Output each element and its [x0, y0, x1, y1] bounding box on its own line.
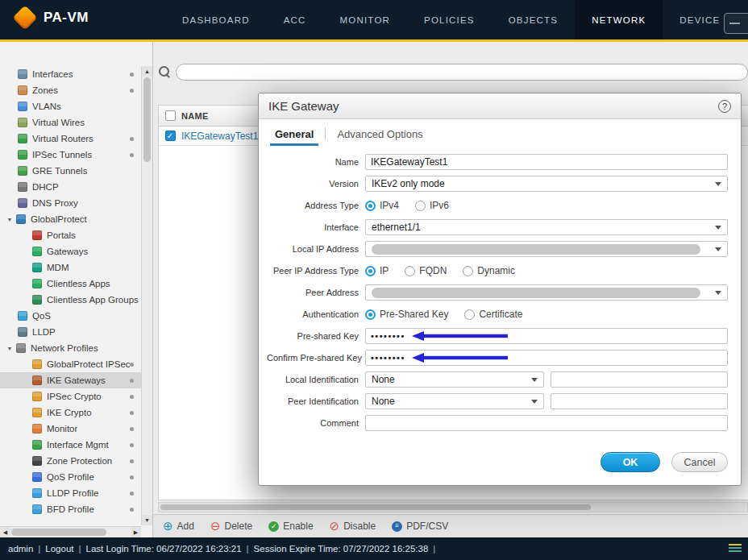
version-select[interactable]: IKEv2 only mode [365, 176, 728, 192]
interface-select[interactable]: ethernet1/1 [365, 219, 728, 235]
sidebar-item-globalprotect-ipsec-cry[interactable]: GlobalProtect IPSec Cry [0, 356, 141, 372]
help-icon[interactable]: ? [718, 100, 731, 113]
sidebar-item-label: DNS Proxy [32, 198, 78, 208]
radio-ipv4[interactable] [365, 201, 376, 211]
sidebar-item-qos-profile[interactable]: QoS Profile [0, 469, 141, 485]
gateway-name-link[interactable]: IKEGatewayTest1 [181, 131, 258, 142]
nav-objects[interactable]: OBJECTS [492, 0, 575, 39]
sidebar-item-virtual-routers[interactable]: Virtual Routers [0, 131, 141, 147]
sidebar-item-dhcp[interactable]: DHCP [0, 179, 141, 195]
select-all-checkbox[interactable] [165, 110, 176, 121]
confirm-pre-shared-key-input[interactable] [365, 350, 728, 366]
sidebar-item-zones[interactable]: Zones [0, 82, 141, 98]
pre-shared-key-input[interactable] [365, 328, 728, 344]
sidebar-item-gateways[interactable]: Gateways [0, 243, 141, 259]
sidebar-item-virtual-wires[interactable]: Virtual Wires [0, 114, 141, 131]
radio-fqdn[interactable] [405, 266, 415, 276]
sidebar-item-network-profiles[interactable]: ▼Network Profiles [0, 340, 141, 356]
column-header-name[interactable]: NAME [181, 111, 209, 121]
scroll-left-arrow-icon[interactable]: ◀ [0, 527, 10, 537]
sidebar-item-label: Virtual Routers [32, 134, 94, 143]
radio-certificate[interactable] [464, 309, 475, 320]
sidebar-item-label: DHCP [32, 182, 59, 192]
radio-ip[interactable] [365, 266, 376, 276]
sidebar-item-mdm[interactable]: MDM [0, 259, 141, 276]
vertical-scrollbar-thumb[interactable] [143, 77, 151, 162]
sidebar-item-interface-mgmt[interactable]: Interface Mgmt [0, 437, 141, 453]
sidebar-item-vlans[interactable]: VLANs [0, 98, 141, 114]
sidebar-item-ike-crypto[interactable]: IKE Crypto [0, 404, 141, 421]
sidebar-item-clientless-app-groups[interactable]: Clientless App Groups [0, 292, 141, 308]
sidebar-item-gre-tunnels[interactable]: GRE Tunnels [0, 163, 141, 179]
sidebar-item-dns-proxy[interactable]: DNS Proxy [0, 195, 141, 211]
sidebar-item-portals[interactable]: Portals [0, 227, 141, 243]
field-local-ip-address: Local IP Address [267, 241, 728, 257]
tab-advanced-options[interactable]: Advanced Options [332, 123, 427, 146]
add-button[interactable]: ⊕Add [163, 521, 194, 532]
comment-input[interactable] [365, 415, 728, 431]
peer-address-select[interactable] [365, 284, 728, 301]
nav-dashboard[interactable]: DASHBOARD [165, 0, 267, 39]
horizontal-scrollbar-thumb[interactable] [160, 504, 591, 510]
cancel-button[interactable]: Cancel [671, 452, 728, 472]
pdf-csv-button[interactable]: ≡PDF/CSV [392, 521, 448, 532]
dialog-tabs: General Advanced Options [259, 119, 741, 146]
nav-acc[interactable]: ACC [267, 0, 323, 39]
logout-link[interactable]: Logout [45, 544, 73, 554]
radio-ipv6[interactable] [415, 201, 426, 211]
local-id-value-input[interactable] [551, 371, 728, 388]
peer-id-value-input[interactable] [551, 393, 728, 409]
nav-policies[interactable]: POLICIES [407, 0, 492, 39]
sidebar-item-label: IPSec Crypto [47, 392, 102, 401]
local-ip-select[interactable] [365, 241, 728, 257]
app-root: PA-VM DASHBOARD ACC MONITOR POLICIES OBJ… [0, 0, 748, 560]
scroll-right-arrow-icon[interactable]: ▶ [131, 527, 141, 537]
nav-monitor[interactable]: MONITOR [323, 0, 408, 39]
radio-dynamic[interactable] [463, 266, 473, 276]
sidebar-item-clientless-apps[interactable]: Clientless Apps [0, 276, 141, 292]
horizontal-scrollbar-thumb[interactable] [11, 529, 106, 536]
enable-button[interactable]: ✓Enable [268, 521, 313, 532]
network-sidebar: InterfacesZonesVLANsVirtual WiresVirtual… [0, 42, 153, 537]
sidebar-horizontal-scrollbar[interactable]: ◀ ▶ [0, 526, 141, 537]
nav-network[interactable]: NETWORK [575, 0, 663, 39]
bfd-profile-icon [32, 504, 42, 514]
ok-button[interactable]: OK [600, 452, 660, 472]
tree-expand-icon[interactable]: ▼ [5, 346, 15, 351]
sidebar-item-label: GlobalProtect [31, 214, 87, 224]
tab-general[interactable]: General [270, 123, 318, 146]
chevron-down-icon [715, 291, 721, 295]
scroll-down-arrow-icon[interactable]: ▼ [142, 515, 152, 525]
scroll-up-arrow-icon[interactable]: ▲ [142, 66, 152, 77]
sidebar-item-qos[interactable]: QoS [0, 308, 141, 324]
tasks-icon[interactable] [729, 544, 742, 554]
sidebar-item-monitor[interactable]: Monitor [0, 421, 141, 437]
sidebar-item-bfd-profile[interactable]: BFD Profile [0, 501, 141, 517]
header-cutoff-control[interactable] [724, 13, 748, 34]
sidebar-item-ipsec-tunnels[interactable]: IPSec Tunnels [0, 147, 141, 163]
main-nav: DASHBOARD ACC MONITOR POLICIES OBJECTS N… [165, 0, 737, 39]
sidebar-vertical-scrollbar[interactable]: ▲ ▼ [141, 66, 152, 525]
sidebar-item-interfaces[interactable]: Interfaces [0, 66, 141, 82]
name-input[interactable] [365, 154, 728, 170]
content-horizontal-scrollbar[interactable] [158, 502, 748, 512]
top-header: PA-VM DASHBOARD ACC MONITOR POLICIES OBJ… [0, 0, 748, 42]
sidebar-item-globalprotect[interactable]: ▼GlobalProtect [0, 211, 141, 227]
dialog-titlebar[interactable]: IKE Gateway ? [259, 93, 741, 119]
radio-pre-shared-key[interactable] [365, 309, 376, 320]
sidebar-item-zone-protection[interactable]: Zone Protection [0, 453, 141, 469]
sidebar-item-lldp[interactable]: LLDP [0, 324, 141, 340]
field-version: Version IKEv2 only mode [267, 176, 728, 192]
local-id-type-select[interactable]: None [365, 371, 544, 388]
sidebar-item-ike-gateways[interactable]: IKE Gateways [0, 372, 141, 388]
tree-expand-icon[interactable]: ▼ [5, 217, 15, 222]
peer-id-type-select[interactable]: None [365, 393, 544, 409]
sidebar-item-label: GlobalProtect IPSec Cry [47, 359, 130, 369]
search-input[interactable] [176, 64, 748, 81]
disable-button[interactable]: ⊘Disable [330, 521, 376, 532]
sidebar-item-lldp-profile[interactable]: LLDP Profile [0, 485, 141, 501]
delete-button[interactable]: ⊖Delete [210, 521, 252, 532]
row-checkbox[interactable]: ✓ [165, 131, 176, 141]
interface-mgmt-icon [32, 440, 42, 450]
sidebar-item-ipsec-crypto[interactable]: IPSec Crypto [0, 388, 141, 404]
